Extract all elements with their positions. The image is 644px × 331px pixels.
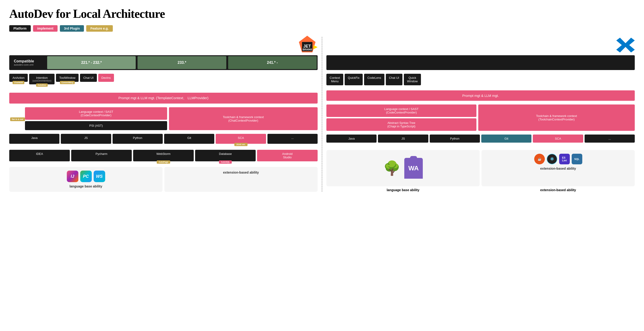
vscode-lang-base: 🌳 WA language base ability [326,150,480,186]
vscode-lang-base-label: language base ability [326,188,480,192]
webstorm-icon: WS [94,170,105,182]
vscode-context-section: Language context / SAST(CodeContextProvi… [326,104,635,131]
svg-marker-4 [314,45,318,49]
compat-version-2: 233.* [138,56,226,69]
vscode-lang-dots: ... [584,134,635,142]
badge-chatwith: ChatWith [12,81,24,84]
legend-plugin: 3rd Plugin [60,25,84,32]
lang-js: JS [61,134,111,144]
svg-marker-5 [616,38,635,52]
vscode-bottom-titles: language base ability extension-based ab… [326,188,635,192]
vscode-lang-python: Python [430,134,480,142]
eslint-icon: ESLint [559,154,570,164]
legend-implement: implement [33,25,58,32]
vscode-ast: Abstract Syntax Tree(Chapi in TypeScript… [326,118,476,131]
vscode-ext-icons: ☕ ⚛ ESLint SQL [534,154,582,164]
vscode-context-left: Language context / SAST(CodeContextProvi… [326,104,476,131]
jb-context-section: fan in & out Language context / SAST(Cod… [9,107,318,130]
junit-badge: JUnit ver. [234,143,248,146]
vscode-lang-sca: SCA [533,134,583,142]
lang-sca: SCA JUnit ver. [216,134,266,144]
compat-sub: autodev-core.xml [14,63,42,66]
idea-icon: IJ [67,170,78,182]
jb-context-left: fan in & out Language context / SAST(Cod… [9,107,167,130]
vscode-bottom-section: 🌳 WA language base ability ☕ ⚛ ESLint SQ… [326,150,635,186]
react-icon: ⚛ [547,154,557,164]
jb-lang-context: Language context / SAST(CodeContextProvi… [25,107,167,120]
jb-lang-base-title: language base ability [70,184,102,188]
compat-version-3: 241.* - [228,56,317,69]
panel-divider [322,37,322,192]
lang-java: Java [9,134,60,144]
jb-ext-base: extension-based ability [164,167,318,192]
vscode-lang-row: Java JS Python Git SCA ... [326,134,635,142]
action-chatui: Chat UI [80,74,96,82]
action-anaction: AnAction ChatWith [9,74,28,82]
jb-ext-row: IDEA Pycharm WebStorm AutoPage Database … [9,150,318,161]
vscode-logo [616,36,635,54]
wa-icon: WA [404,158,423,179]
vscode-lang-git: Git [481,134,532,142]
vscode-action-codelens: CodeLens [364,74,384,85]
vscode-header-bar [326,55,635,70]
vscode-panel: Context Menu QuickFix CodeLens Chat UI Q… [326,37,635,192]
jb-toolchain: Toolchain & framework context(ChatContex… [169,107,318,130]
vscode-lang-js: JS [378,134,428,142]
vscode-lang-java: Java [326,134,376,142]
jb-lang-base: IJ PC WS language base ability [9,167,162,192]
lang-dots: ... [268,134,318,144]
vscode-action-context: Context Menu [326,74,343,85]
coffee-icon: ☕ [534,154,545,164]
compat-label: Compatible autodev-core.xml [9,55,46,70]
badge-autodoc: AutoDoc [36,84,48,87]
autopage-badge: AutoPage [157,160,170,164]
svg-text:BRAINS: BRAINS [302,48,312,51]
sql-icon: SQL [572,154,582,164]
vscode-action-quickwindow: Quick Window [404,74,421,85]
vscode-actions-row: Context Menu QuickFix CodeLens Chat UI Q… [326,74,635,85]
page-title: AutoDev for Local Architecture [9,7,635,20]
legend-feature: Feature e.g. [86,25,113,32]
vscode-action-chatui: Chat UI [386,74,402,85]
vscode-prompt-row: Prompt mgt & LLM mgt. [326,90,635,101]
compat-version-1: 221.* - 232.* [47,56,136,69]
fan-badge: fan in & out [10,118,25,121]
autosql-badge: AutoSQL [219,160,232,164]
vscode-lang-context: Language context / SAST(CodeContextProvi… [326,104,476,117]
action-intention: Intention (autoDevIntention) AutoDoc [29,74,54,84]
ext-android: AndroidStudio [257,150,318,161]
vscode-action-quickfix: QuickFix [345,74,363,85]
pycharm-icon: PC [80,170,92,182]
jb-ide-icons: IJ PC WS [67,170,105,182]
vscode-ext-base: ☕ ⚛ ESLint SQL extension-based ability [482,150,635,186]
vscode-ext-base-label: extension-based ability [482,188,635,192]
jetbrains-logo-area: JET BRAINS [9,37,318,55]
legend-platform: Platform [9,25,31,32]
jb-psi: PSI (AST) [25,121,167,130]
vscode-ext-base-title: extension-based ability [540,167,576,170]
badge-commitmsg: CommitMsg [60,81,75,84]
jb-actions-row: AnAction ChatWith Intention (autoDevInte… [9,74,318,88]
jb-ext-base-title: extension-based ability [223,170,259,174]
ext-idea: IDEA [9,150,70,161]
lang-python: Python [112,134,163,144]
action-devins: DevIns [98,74,114,82]
jb-bottom-section: IJ PC WS language base ability extension… [9,167,318,192]
vscode-logo-area [326,37,635,55]
tree-icon: 🌳 [383,160,400,176]
jetbrains-logo: JET BRAINS [297,35,318,56]
ext-database: Database AutoSQL [195,150,256,161]
vscode-toolchain: Toolchain & framework context(ToolchainC… [478,104,635,131]
compat-row: Compatible autodev-core.xml 221.* - 232.… [9,55,318,70]
main-layout: JET BRAINS Compatible autodev-core.xml 2… [9,37,635,192]
jb-prompt-row: Prompt mgt & LLM mgt. (TemplateContext、 … [9,93,318,104]
svg-text:JET: JET [303,44,311,48]
ext-webstorm: WebStorm AutoPage [133,150,194,161]
ext-pycharm: Pycharm [71,150,132,161]
lang-git: Git [164,134,214,144]
jetbrains-panel: JET BRAINS Compatible autodev-core.xml 2… [9,37,318,192]
jb-lang-row: Java JS Python Git SCA JUnit ver. ... [9,134,318,144]
action-toolwindow: ToolWindow CommitMsg [56,74,78,82]
compat-main: Compatible [14,59,42,63]
legend-bar: Platform implement 3rd Plugin Feature e.… [9,25,635,32]
